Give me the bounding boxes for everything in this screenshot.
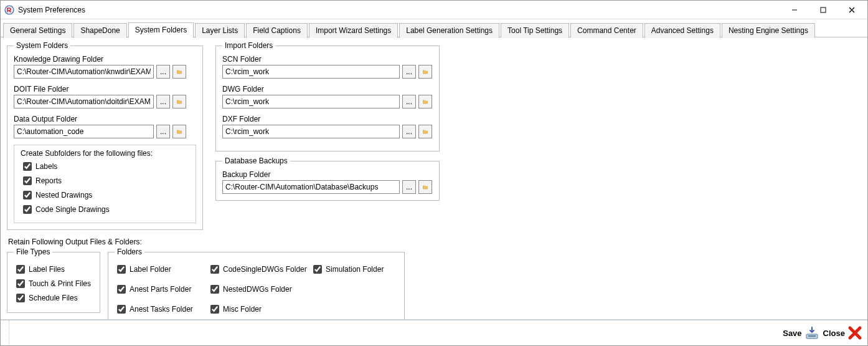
- folder-label-row[interactable]: Label Folder: [115, 263, 208, 276]
- filetype-schedule-row[interactable]: Schedule Files: [14, 292, 93, 304]
- close-button[interactable]: Close: [823, 325, 862, 340]
- folder-nesteddwgs-label: NestedDWGs Folder: [223, 285, 292, 294]
- filetype-label-files-row[interactable]: Label Files: [14, 263, 93, 276]
- titlebar: System Preferences: [1, 1, 867, 19]
- scn-open-folder-button[interactable]: [418, 65, 432, 79]
- backup-folder-label: Backup Folder: [222, 170, 433, 179]
- folder-label-checkbox[interactable]: [117, 265, 126, 274]
- tab-tool-tip-settings[interactable]: Tool Tip Settings: [501, 23, 569, 38]
- svg-rect-6: [808, 335, 816, 337]
- subfolder-nested-label: Nested Drawings: [35, 191, 92, 199]
- folder-nesteddwgs-checkbox[interactable]: [210, 285, 219, 294]
- folder-anest-tasks-checkbox[interactable]: [117, 305, 126, 314]
- create-subfolders-title: Create Subfolders for the following file…: [21, 149, 189, 158]
- data-output-folder-input[interactable]: [14, 125, 154, 138]
- tab-content: System Folders Knowledge Drawing Folder …: [1, 37, 867, 319]
- folder-anest-tasks-row[interactable]: Anest Tasks Folder: [115, 303, 208, 315]
- maximize-button[interactable]: [809, 1, 837, 19]
- subfolder-labels-row[interactable]: Labels: [21, 160, 189, 173]
- subfolder-codesingle-checkbox[interactable]: [23, 205, 32, 214]
- dxf-folder-input[interactable]: [222, 125, 400, 138]
- dxf-folder-label: DXF Folder: [222, 115, 433, 123]
- doit-folder-input[interactable]: [14, 95, 154, 108]
- tab-nesting-engine-settings[interactable]: Nesting Engine Settings: [722, 23, 815, 38]
- save-button[interactable]: Save: [783, 325, 819, 340]
- filetype-label-files-label: Label Files: [29, 265, 65, 274]
- folder-codesingle-row[interactable]: CodeSingleDWGs Folder: [208, 263, 311, 276]
- subfolder-codesingle-row[interactable]: Code Single Drawings: [21, 203, 189, 216]
- retain-title: Retain Following Output Files & Folders:: [8, 238, 861, 246]
- tab-label-generation-settings[interactable]: Label Generation Settings: [399, 23, 499, 38]
- tab-command-center[interactable]: Command Center: [570, 23, 643, 38]
- filetype-touchprint-label: Touch & Print Files: [29, 279, 91, 288]
- folder-anest-parts-row[interactable]: Anest Parts Folder: [115, 283, 208, 296]
- dwg-open-folder-button[interactable]: [418, 95, 432, 108]
- folder-anest-tasks-label: Anest Tasks Folder: [130, 305, 193, 314]
- database-backups-group: Database Backups Backup Folder ...: [215, 156, 440, 201]
- knowledge-folder-label: Knowledge Drawing Folder: [14, 55, 196, 64]
- scn-folder-label: SCN Folder: [222, 55, 433, 64]
- subfolder-nested-row[interactable]: Nested Drawings: [21, 189, 189, 201]
- scn-browse-button[interactable]: ...: [402, 65, 416, 79]
- folder-simulation-row[interactable]: Simulation Folder: [311, 263, 398, 276]
- status-grip: [6, 320, 9, 345]
- folder-label-label: Label Folder: [130, 265, 171, 274]
- tab-shapedone[interactable]: ShapeDone: [73, 23, 126, 38]
- file-types-group: File Types Label Files Touch & Print Fil…: [7, 247, 100, 313]
- folder-misc-row[interactable]: Misc Folder: [208, 303, 311, 315]
- close-label: Close: [823, 329, 845, 338]
- tab-layer-lists[interactable]: Layer Lists: [195, 23, 245, 38]
- database-backups-legend: Database Backups: [222, 156, 290, 165]
- knowledge-open-folder-button[interactable]: [172, 65, 186, 79]
- folder-simulation-checkbox[interactable]: [313, 265, 322, 274]
- tab-system-folders[interactable]: System Folders: [128, 22, 194, 38]
- subfolder-nested-checkbox[interactable]: [23, 191, 32, 199]
- folder-nesteddwgs-row[interactable]: NestedDWGs Folder: [208, 283, 311, 296]
- minimize-button[interactable]: [780, 1, 809, 19]
- backup-open-folder-button[interactable]: [418, 180, 432, 194]
- filetype-label-files-checkbox[interactable]: [16, 265, 25, 274]
- tab-field-captions[interactable]: Field Captions: [246, 23, 308, 38]
- knowledge-folder-input[interactable]: [14, 65, 154, 79]
- dwg-browse-button[interactable]: ...: [402, 95, 416, 108]
- system-folders-legend: System Folders: [14, 41, 70, 50]
- subfolder-reports-row[interactable]: Reports: [21, 175, 189, 187]
- import-folders-group: Import Folders SCN Folder ... DWG Folder: [215, 41, 440, 151]
- system-folders-group: System Folders Knowledge Drawing Folder …: [7, 41, 203, 230]
- filetype-schedule-label: Schedule Files: [29, 294, 78, 302]
- folder-anest-parts-checkbox[interactable]: [117, 285, 126, 294]
- backup-browse-button[interactable]: ...: [402, 180, 416, 194]
- subfolder-labels-checkbox[interactable]: [23, 162, 32, 171]
- filetype-touchprint-checkbox[interactable]: [16, 279, 25, 288]
- doit-browse-button[interactable]: ...: [156, 95, 170, 108]
- data-output-open-folder-button[interactable]: [172, 125, 186, 138]
- scn-folder-input[interactable]: [222, 65, 400, 79]
- tab-general-settings[interactable]: General Settings: [3, 23, 72, 38]
- folder-codesingle-checkbox[interactable]: [210, 265, 219, 274]
- close-window-button[interactable]: [837, 1, 866, 19]
- backup-folder-input[interactable]: [222, 180, 400, 194]
- data-output-browse-button[interactable]: ...: [156, 125, 170, 138]
- filetype-schedule-checkbox[interactable]: [16, 294, 25, 302]
- doit-folder-label: DOIT File Folder: [14, 85, 196, 94]
- folder-anest-parts-label: Anest Parts Folder: [130, 285, 191, 294]
- subfolder-reports-checkbox[interactable]: [23, 176, 32, 185]
- svg-rect-2: [821, 7, 826, 12]
- close-icon: [847, 325, 862, 340]
- folder-misc-checkbox[interactable]: [210, 305, 219, 314]
- doit-open-folder-button[interactable]: [172, 95, 186, 108]
- dxf-open-folder-button[interactable]: [418, 125, 432, 138]
- dwg-folder-input[interactable]: [222, 95, 400, 108]
- bottom-bar: Save Close: [1, 319, 867, 345]
- tab-import-wizard-settings[interactable]: Import Wizard Settings: [309, 23, 398, 38]
- create-subfolders-group: Create Subfolders for the following file…: [14, 145, 196, 223]
- knowledge-browse-button[interactable]: ...: [156, 65, 170, 79]
- dxf-browse-button[interactable]: ...: [402, 125, 416, 138]
- save-icon: [804, 325, 819, 340]
- tab-advanced-settings[interactable]: Advanced Settings: [644, 23, 720, 38]
- file-types-legend: File Types: [14, 247, 52, 256]
- subfolder-reports-label: Reports: [35, 176, 62, 185]
- filetype-touchprint-row[interactable]: Touch & Print Files: [14, 277, 93, 290]
- folders-legend: Folders: [115, 247, 144, 256]
- window-controls: [780, 1, 866, 19]
